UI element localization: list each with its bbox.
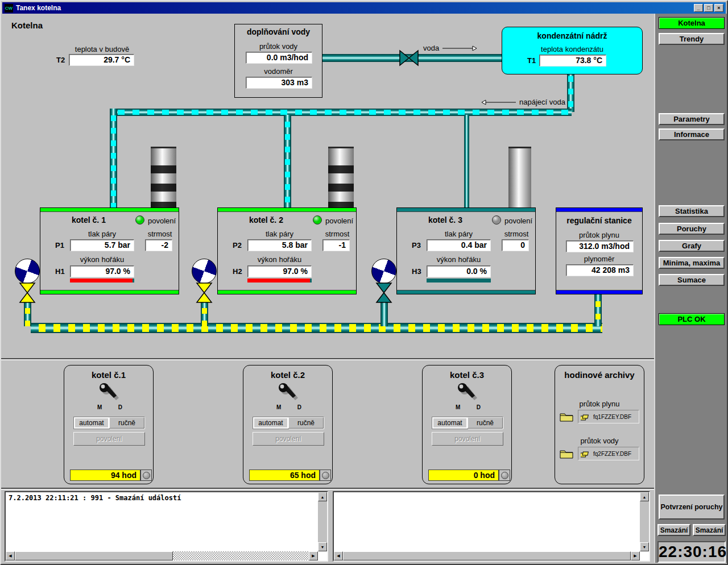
ack-fault-button[interactable]: Potvrzení poruchy — [659, 495, 725, 520]
station-top-bar — [556, 208, 642, 212]
folder-icon[interactable] — [560, 448, 573, 459]
boiler3-hours: 0 hod — [428, 470, 499, 481]
gas-flow-value: 312.0 m3/hod — [566, 240, 634, 252]
boiler1-enable-indicator — [135, 215, 144, 225]
mode-switch-icon[interactable] — [275, 381, 301, 405]
boiler2-power-label: výkon hořáku — [247, 255, 312, 264]
switch-positions: M D — [456, 404, 481, 410]
automat-button[interactable]: automat — [253, 417, 288, 429]
boiler2-enable-indicator — [313, 215, 322, 225]
voda-label: voda — [423, 44, 439, 52]
sidebar-item-statistika[interactable]: Statistika — [659, 205, 725, 217]
sidebar-item-grafy[interactable]: Grafy — [659, 240, 725, 252]
panel2-title: kotel č.2 — [243, 370, 332, 380]
scroll-up-icon[interactable]: ▲ — [640, 492, 649, 501]
switch-pos-m: M — [97, 404, 102, 410]
boiler1-bottom-bar — [40, 290, 179, 294]
water-archive-field[interactable]: fq2FZZEY.DBF — [578, 447, 639, 460]
boiler2-enable-label: povolení — [325, 217, 353, 225]
scrollbar-track[interactable] — [173, 551, 309, 560]
event-log-hscrollbar[interactable]: ◀ ▶ — [6, 551, 318, 560]
scroll-down-icon[interactable]: ▼ — [318, 542, 327, 551]
rucne-button[interactable]: ručně — [109, 417, 144, 429]
boiler3-box: kotel č. 3 povolení tlak páry strmost P3… — [396, 207, 536, 294]
switch-pos-m: M — [276, 404, 281, 410]
water-flow-value: 0.0 m3/hod — [246, 52, 312, 64]
automat-button[interactable]: automat — [432, 417, 468, 429]
feedwater-header-pipe — [110, 109, 572, 116]
alarm-log-list[interactable]: ▲ ▼ ◀ ▶ — [333, 491, 650, 562]
scroll-left-icon[interactable]: ◀ — [334, 551, 343, 560]
povoleni-button[interactable]: povolení — [432, 432, 503, 446]
alarm-log-hscrollbar[interactable]: ◀ ▶ — [334, 551, 640, 560]
rucne-button[interactable]: ručně — [468, 417, 503, 429]
povoleni-button[interactable]: povolení — [253, 432, 324, 446]
sidebar-item-informace[interactable]: Informace — [659, 128, 725, 140]
plc-status-badge: PLC OK — [659, 313, 725, 325]
condensate-temp-label: teplota kondenzátu — [502, 45, 642, 53]
boiler1-control-panel: kotel č.1 M D automat ručně povolení 94 … — [64, 365, 154, 484]
sidebar-item-trendy[interactable]: Trendy — [659, 33, 725, 45]
scroll-right-icon[interactable]: ▶ — [309, 551, 318, 560]
event-log-list[interactable]: 7.2.2013 22:11:21 : 991 - Smazání událos… — [5, 491, 328, 562]
boiler2-pressure-label: tlak páry — [247, 230, 312, 238]
napajeci-voda-label: napájecí voda — [519, 98, 565, 106]
water-meter-value: 303 m3 — [246, 77, 312, 89]
event-log-vscrollbar[interactable]: ▲ ▼ — [318, 492, 327, 551]
boiler1-power-value: 97.0 % — [70, 265, 134, 277]
maximize-button[interactable]: □ — [704, 4, 713, 12]
scroll-right-icon[interactable]: ▶ — [631, 551, 640, 560]
scrollbar-thumb[interactable] — [343, 551, 631, 560]
boiler1-slope-value: -2 — [145, 239, 172, 251]
gas-flow-label: průtok plynu — [556, 231, 642, 239]
burner1-symbol — [15, 259, 40, 284]
burner2-symbol — [192, 259, 217, 284]
boiler1-hours: 94 hod — [70, 470, 140, 481]
folder-icon[interactable] — [560, 412, 573, 422]
automat-button[interactable]: automat — [74, 417, 109, 429]
scroll-down-icon[interactable]: ▼ — [640, 542, 649, 551]
building-temp-tag: T2 — [56, 56, 65, 64]
close-button[interactable]: × — [714, 4, 723, 12]
burner2-gas-pipe — [201, 301, 208, 326]
dbf-file-icon — [581, 413, 590, 421]
boiler2-pressure-tag: P2 — [233, 241, 242, 250]
mode-switch-icon[interactable] — [96, 381, 122, 405]
rucne-button[interactable]: ručně — [288, 417, 324, 429]
switch-pos-d: D — [297, 404, 301, 410]
sidebar-item-kotelna[interactable]: Kotelna — [659, 17, 725, 29]
sidebar-item-minima-maxima[interactable]: Minima, maxima — [659, 257, 725, 269]
alarm-log-vscrollbar[interactable]: ▲ ▼ — [640, 492, 649, 551]
panel1-title: kotel č.1 — [64, 370, 153, 380]
boiler2-pressure-value: 5.8 bar — [247, 239, 312, 251]
mode-switch-icon[interactable] — [454, 381, 481, 405]
minimize-button[interactable]: _ — [694, 4, 703, 12]
clear-events-button[interactable]: Smazání — [657, 524, 690, 536]
feedwater-flow-label: napájecí voda — [481, 98, 565, 106]
gas-main-pipe — [31, 323, 602, 333]
sidebar-item-sumace[interactable]: Sumace — [659, 274, 725, 286]
condensate-tank-title: kondenzátní nádrž — [502, 31, 642, 40]
scroll-left-icon[interactable]: ◀ — [6, 551, 15, 560]
burner1-valve — [19, 282, 36, 304]
station-gas-pipe — [594, 294, 602, 326]
switch-pos-d: D — [118, 404, 122, 410]
water-refill-title: doplňování vody — [235, 27, 322, 36]
boiler1-title: kotel č. 1 — [72, 215, 106, 225]
boiler1-pressure-tag: P1 — [55, 241, 64, 250]
app-icon: CW — [5, 4, 13, 13]
sidebar-item-parametry[interactable]: Parametry — [659, 113, 725, 125]
sidebar-item-poruchy[interactable]: Poruchy — [659, 223, 725, 235]
gas-archive-field[interactable]: fq1FZZEY.DBF — [578, 410, 639, 423]
system-clock: 22:30:16 — [657, 541, 726, 563]
water-valve — [399, 49, 419, 67]
scrollbar-thumb[interactable] — [15, 551, 173, 560]
condensate-temp-value: 73.8 °C — [539, 55, 606, 67]
boiler3-control-panel: kotel č.3 M D automat ručně povolení 0 h… — [422, 365, 512, 484]
povoleni-button[interactable]: povolení — [73, 432, 145, 446]
boiler3-pressure-value: 0.4 bar — [427, 239, 491, 251]
clear-alarms-button[interactable]: Smazání — [693, 524, 726, 536]
condensate-temp-tag: T1 — [527, 56, 536, 65]
scroll-up-icon[interactable]: ▲ — [318, 492, 327, 501]
boiler3-slope-value: 0 — [502, 239, 529, 251]
